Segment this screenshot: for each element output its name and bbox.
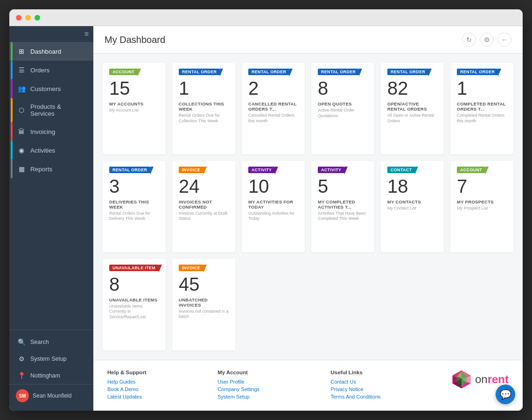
dashboard-card[interactable]: Rental Order 1 COMPLETED RENTAL ORDERS T… xyxy=(450,63,513,154)
card-subtitle: Completed Rental Orders this month xyxy=(457,113,507,124)
location-icon: 📍 xyxy=(17,371,26,380)
card-subtitle: Unavailable Items Currently in Service/R… xyxy=(109,304,159,320)
footer-link[interactable]: Book A Demo xyxy=(107,386,147,392)
card-subtitle: Rental Orders Due for Collection This We… xyxy=(179,113,229,124)
card-title: DELIVERIES THIS WEEK xyxy=(109,199,159,210)
footer-link[interactable]: Privacy Notice xyxy=(331,386,381,392)
main-footer: Help & Support Help GuidesBook A DemoLat… xyxy=(93,360,523,411)
dashboard-card[interactable]: Account 15 MY ACCOUNTS My Account List xyxy=(103,63,166,154)
reports-icon: ▦ xyxy=(17,165,26,173)
card-title: MY COMPLETED ACTIVITIES T... xyxy=(318,199,368,210)
sidebar-item-orders[interactable]: ☰ Orders xyxy=(9,61,93,79)
footer-account: My Account User ProfileCompany SettingsS… xyxy=(217,370,259,401)
card-number: 2 xyxy=(248,78,298,98)
card-title: UNAVAILABLE ITEMS xyxy=(109,297,159,302)
card-title: OPEN QUOTES xyxy=(318,101,368,106)
dashboard-card[interactable]: Invoice 45 UNBATCHED INVOICES Invoices n… xyxy=(172,259,235,350)
sidebar-item-dashboard[interactable]: ⊞ Dashboard xyxy=(9,42,93,61)
card-badge: Rental Order xyxy=(109,167,150,173)
card-number: 1 xyxy=(179,78,229,98)
sidebar-item-label: Search xyxy=(30,339,49,345)
refresh-button[interactable]: ↻ xyxy=(462,33,476,47)
footer-useful: Useful Links Contact UsPrivacy NoticeTer… xyxy=(331,370,381,401)
dashboard-card[interactable]: Activity 5 MY COMPLETED ACTIVITIES T... … xyxy=(311,161,374,252)
card-title: UNBATCHED INVOICES xyxy=(179,297,229,308)
search-icon: 🔍 xyxy=(17,338,26,346)
main-header: My Dashboard ↻ ⚙ ← xyxy=(93,26,523,54)
dashboard-card[interactable]: Rental Order 2 CANCELLED RENTAL ORDERS T… xyxy=(242,63,305,154)
dashboard-card[interactable]: Rental Order 3 DELIVERIES THIS WEEK Rent… xyxy=(103,161,166,252)
card-number: 24 xyxy=(179,176,229,196)
sidebar-bottom: 🔍 Search ⚙ System Setup 📍 Nottingham SM … xyxy=(9,329,93,411)
card-number: 8 xyxy=(318,78,368,98)
minimize-button[interactable] xyxy=(25,15,31,21)
card-badge: Account xyxy=(457,167,485,173)
user-profile[interactable]: SM Sean Mounfield xyxy=(9,384,93,407)
card-title: MY PROSPECTS xyxy=(457,199,507,204)
sidebar-item-label: Products & Services xyxy=(30,103,87,117)
card-subtitle: My Prospect List xyxy=(457,206,507,211)
sidebar-item-label: Customers xyxy=(30,85,61,92)
card-badge: Account xyxy=(109,69,138,75)
header-actions: ↻ ⚙ ← xyxy=(462,33,511,47)
sidebar-item-activities[interactable]: ◉ Activities xyxy=(9,141,93,160)
sidebar-collapse[interactable]: ≡ xyxy=(9,26,93,42)
card-number: 1 xyxy=(457,78,507,98)
card-badge: Rental Order xyxy=(387,69,428,75)
orders-icon: ☰ xyxy=(17,66,26,74)
footer-link[interactable]: Help Guides xyxy=(107,379,147,385)
dashboard-card[interactable]: Contact 18 MY CONTACTS My Contact List xyxy=(381,161,444,252)
user-name: Sean Mounfield xyxy=(33,392,71,399)
card-badge: Contact xyxy=(387,167,415,173)
dashboard-card[interactable]: Rental Order 1 COLLECTIONS THIS WEEK Ren… xyxy=(172,63,235,154)
footer-link[interactable]: Terms And Conditions xyxy=(331,394,381,399)
sidebar-item-reports[interactable]: ▦ Reports xyxy=(9,160,93,178)
card-number: 3 xyxy=(109,176,159,196)
sidebar-item-label: Reports xyxy=(30,166,52,173)
footer-link[interactable]: System Setup xyxy=(217,394,259,399)
card-subtitle: Rental Orders Due for Delivery This Week xyxy=(109,211,159,222)
card-title: MY ACTIVITIES FOR TODAY xyxy=(248,199,298,210)
dashboard-card[interactable]: Account 7 MY PROSPECTS My Prospect List xyxy=(450,161,513,252)
back-button[interactable]: ← xyxy=(497,33,511,47)
footer-link[interactable]: Company Settings xyxy=(217,386,259,392)
card-badge: Rental Order xyxy=(179,69,220,75)
title-bar xyxy=(9,9,523,26)
card-badge: Rental Order xyxy=(318,69,359,75)
sidebar-item-customers[interactable]: 👥 Customers xyxy=(9,79,93,98)
dashboard-card[interactable]: Rental Order 8 OPEN QUOTES Active Rental… xyxy=(311,63,374,154)
card-badge: Unavailable Item xyxy=(109,265,159,271)
dashboard-card[interactable]: Invoice 24 INVOICES NOT CONFIRMED Invoic… xyxy=(172,161,235,252)
sidebar-item-invoicing[interactable]: 🏛 Invoicing xyxy=(9,122,93,141)
close-button[interactable] xyxy=(16,15,21,21)
sidebar-item-location[interactable]: 📍 Nottingham xyxy=(9,367,93,384)
dashboard-card[interactable]: Rental Order 82 OPEN/ACTIVE RENTAL ORDER… xyxy=(381,63,444,154)
card-number: 5 xyxy=(318,176,368,196)
card-title: OPEN/ACTIVE RENTAL ORDERS xyxy=(387,101,437,112)
chat-button[interactable]: 💬 xyxy=(496,385,515,404)
collapse-icon[interactable]: ≡ xyxy=(84,30,89,38)
app-window: ≡ ⊞ Dashboard ☰ Orders 👥 Customers ⬡ Pro… xyxy=(9,9,523,411)
footer-link[interactable]: Contact Us xyxy=(331,379,381,385)
sidebar-item-system-setup[interactable]: ⚙ System Setup xyxy=(9,350,93,367)
card-title: COMPLETED RENTAL ORDERS T... xyxy=(457,101,507,112)
card-subtitle: Outstanding Activities for Today xyxy=(248,211,298,222)
maximize-button[interactable] xyxy=(35,15,40,21)
card-number: 7 xyxy=(457,176,507,196)
app-body: ≡ ⊞ Dashboard ☰ Orders 👥 Customers ⬡ Pro… xyxy=(9,26,523,411)
sidebar-item-search[interactable]: 🔍 Search xyxy=(9,334,93,350)
footer-link[interactable]: Latest Updates xyxy=(107,394,147,399)
dashboard-card[interactable]: Activity 10 MY ACTIVITIES FOR TODAY Outs… xyxy=(242,161,305,252)
card-number: 82 xyxy=(387,78,437,98)
card-subtitle: Active Rental Order Quotations xyxy=(318,108,368,119)
sidebar-item-products[interactable]: ⬡ Products & Services xyxy=(9,98,93,122)
card-number: 10 xyxy=(248,176,298,196)
avatar: SM xyxy=(16,389,29,402)
card-number: 18 xyxy=(387,176,437,196)
settings-button[interactable]: ⚙ xyxy=(480,33,494,47)
card-subtitle: Invoices Currently at Draft Status xyxy=(179,211,229,222)
footer-link[interactable]: User Profile xyxy=(217,379,259,385)
footer-help-heading: Help & Support xyxy=(107,370,147,375)
dashboard-card[interactable]: Unavailable Item 8 UNAVAILABLE ITEMS Una… xyxy=(103,259,166,350)
dashboard-grid: Account 15 MY ACCOUNTS My Account List R… xyxy=(93,54,523,360)
